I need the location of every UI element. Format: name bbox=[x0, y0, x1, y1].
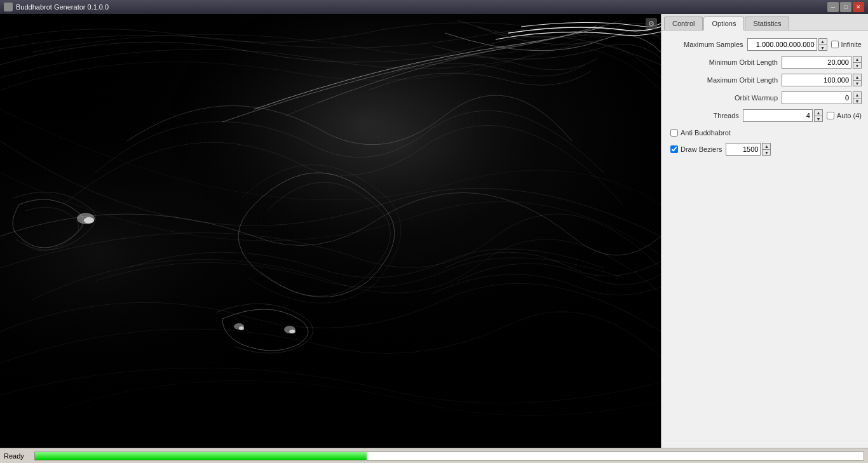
progress-bar-container bbox=[34, 452, 864, 460]
status-text: Ready bbox=[4, 452, 29, 460]
draw-beziers-input[interactable] bbox=[726, 143, 761, 156]
min-orbit-spinner: ▲ ▼ bbox=[853, 56, 862, 69]
orbit-warmup-input-group: ▲ ▼ bbox=[782, 91, 862, 104]
options-panel: Maximum Samples ▲ ▼ Infinite bbox=[661, 30, 868, 163]
draw-beziers-up[interactable]: ▲ bbox=[762, 143, 771, 149]
main-area: ⚙ Control Options Statistics Maximum Sam… bbox=[0, 14, 868, 448]
infinite-checkbox[interactable] bbox=[831, 41, 839, 48]
min-orbit-input[interactable] bbox=[782, 56, 851, 69]
orbit-warmup-input[interactable] bbox=[782, 91, 851, 104]
threads-row: Threads ▲ ▼ Auto (4) bbox=[668, 108, 862, 123]
fractal-visualization bbox=[0, 14, 661, 448]
threads-input-group: ▲ ▼ bbox=[743, 109, 823, 122]
anti-buddhabrot-row: Anti Buddhabrot bbox=[668, 126, 862, 140]
auto-checkbox[interactable] bbox=[827, 112, 834, 119]
threads-down[interactable]: ▼ bbox=[814, 116, 823, 122]
app-icon bbox=[4, 3, 13, 11]
tabs-container: Control Options Statistics bbox=[661, 14, 868, 30]
tab-options[interactable]: Options bbox=[703, 17, 744, 30]
auto-label: Auto (4) bbox=[837, 112, 862, 119]
max-samples-input[interactable] bbox=[747, 38, 817, 51]
max-orbit-up[interactable]: ▲ bbox=[853, 74, 862, 80]
title-text: Buddhabrot Generator 0.1.0.0 bbox=[4, 3, 109, 11]
max-samples-down[interactable]: ▼ bbox=[818, 44, 827, 51]
draw-beziers-input-group: ▲ ▼ bbox=[726, 143, 771, 156]
close-button[interactable]: ✕ bbox=[853, 2, 864, 12]
orbit-warmup-label: Orbit Warmup bbox=[735, 94, 778, 102]
window-controls: ─ □ ✕ bbox=[827, 2, 864, 12]
max-samples-spinner: ▲ ▼ bbox=[818, 38, 827, 51]
draw-beziers-down[interactable]: ▼ bbox=[762, 149, 771, 156]
threads-label: Threads bbox=[714, 112, 739, 119]
max-orbit-input[interactable] bbox=[782, 74, 851, 86]
max-samples-input-group: ▲ ▼ bbox=[747, 38, 827, 51]
max-samples-up[interactable]: ▲ bbox=[818, 38, 827, 44]
infinite-checkbox-label: Infinite bbox=[831, 41, 862, 48]
max-orbit-down[interactable]: ▼ bbox=[853, 80, 862, 86]
min-orbit-down[interactable]: ▼ bbox=[853, 62, 862, 69]
title-bar: Buddhabrot Generator 0.1.0.0 ─ □ ✕ bbox=[0, 0, 868, 14]
max-orbit-input-group: ▲ ▼ bbox=[782, 74, 862, 86]
threads-up[interactable]: ▲ bbox=[814, 109, 823, 116]
max-orbit-spinner: ▲ ▼ bbox=[853, 74, 862, 86]
draw-beziers-row: Draw Beziers ▲ ▼ bbox=[668, 142, 862, 156]
threads-input[interactable] bbox=[743, 109, 813, 122]
right-panel: Control Options Statistics Maximum Sampl… bbox=[661, 14, 868, 448]
window-title: Buddhabrot Generator 0.1.0.0 bbox=[16, 3, 109, 11]
min-orbit-input-group: ▲ ▼ bbox=[782, 56, 862, 69]
orbit-warmup-row: Orbit Warmup ▲ ▼ bbox=[668, 90, 862, 105]
orbit-warmup-down[interactable]: ▼ bbox=[853, 98, 862, 104]
max-samples-row: Maximum Samples ▲ ▼ Infinite bbox=[668, 37, 862, 52]
minimize-button[interactable]: ─ bbox=[827, 2, 839, 12]
tab-statistics[interactable]: Statistics bbox=[745, 17, 789, 30]
infinite-label: Infinite bbox=[841, 41, 862, 48]
draw-beziers-label-container: Draw Beziers bbox=[670, 145, 722, 153]
auto-checkbox-label: Auto (4) bbox=[827, 112, 862, 119]
canvas-settings-icon[interactable]: ⚙ bbox=[646, 18, 657, 29]
min-orbit-row: Minimum Orbit Length ▲ ▼ bbox=[668, 55, 862, 70]
tab-control[interactable]: Control bbox=[664, 17, 703, 30]
orbit-warmup-spinner: ▲ ▼ bbox=[853, 91, 862, 104]
min-orbit-up[interactable]: ▲ bbox=[853, 56, 862, 62]
draw-beziers-checkbox[interactable] bbox=[670, 145, 678, 153]
svg-rect-9 bbox=[0, 14, 661, 448]
canvas-area: ⚙ bbox=[0, 14, 661, 448]
max-orbit-label: Maximum Orbit Length bbox=[707, 76, 778, 84]
anti-buddhabrot-label-container: Anti Buddhabrot bbox=[670, 129, 731, 137]
anti-buddhabrot-checkbox[interactable] bbox=[670, 129, 678, 137]
progress-bar-fill bbox=[35, 452, 367, 460]
draw-beziers-spinner: ▲ ▼ bbox=[762, 143, 771, 156]
anti-buddhabrot-label: Anti Buddhabrot bbox=[681, 129, 731, 137]
orbit-warmup-up[interactable]: ▲ bbox=[853, 91, 862, 98]
min-orbit-label: Minimum Orbit Length bbox=[709, 58, 778, 66]
maximize-button[interactable]: □ bbox=[840, 2, 851, 12]
status-bar: Ready bbox=[0, 448, 868, 463]
max-samples-label: Maximum Samples bbox=[684, 41, 743, 48]
threads-spinner: ▲ ▼ bbox=[814, 109, 823, 122]
app: Buddhabrot Generator 0.1.0.0 ─ □ ✕ bbox=[0, 0, 868, 463]
max-orbit-row: Maximum Orbit Length ▲ ▼ bbox=[668, 72, 862, 88]
draw-beziers-label: Draw Beziers bbox=[681, 145, 722, 153]
